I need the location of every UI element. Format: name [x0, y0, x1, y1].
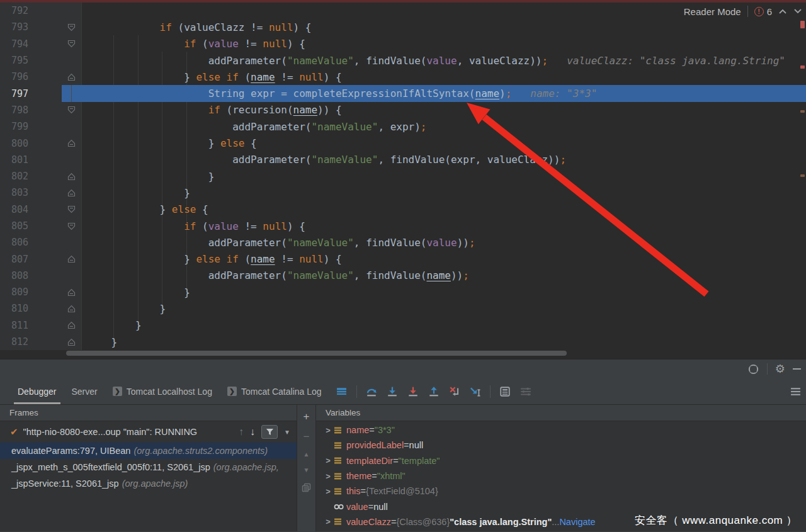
error-stripe-mark[interactable]: [800, 65, 805, 69]
line-number[interactable]: 805: [0, 218, 62, 234]
error-stripe-mark[interactable]: [800, 21, 805, 28]
trace-settings-icon[interactable]: [519, 385, 532, 398]
horizontal-scrollbar[interactable]: [66, 351, 567, 356]
warning-stripe-mark[interactable]: [800, 110, 805, 113]
line-number[interactable]: 802: [0, 168, 62, 184]
tab-debugger[interactable]: Debugger: [10, 378, 64, 404]
code-line[interactable]: 809 }: [0, 284, 806, 300]
variable-row[interactable]: >this = {TextField@5104}: [316, 484, 806, 499]
line-number[interactable]: 809: [0, 284, 62, 300]
line-number[interactable]: 803: [0, 184, 62, 201]
code-line[interactable]: 799 addParameter("nameValue", expr);: [0, 118, 806, 135]
code-line[interactable]: 798 if (recursion(name)) {: [0, 102, 806, 118]
fold-start-icon[interactable]: [62, 19, 82, 35]
expand-chevron-icon[interactable]: >: [322, 456, 334, 465]
code-line[interactable]: 796 } else if (name != null) {: [0, 69, 806, 85]
restore-layout-icon[interactable]: [790, 387, 801, 396]
fold-end-icon[interactable]: [62, 284, 82, 300]
line-number[interactable]: 800: [0, 135, 62, 151]
fold-end-icon[interactable]: [62, 184, 82, 201]
help-target-icon[interactable]: [747, 363, 759, 375]
fold-end-icon[interactable]: [62, 300, 82, 317]
variable-row[interactable]: providedLabel = null: [316, 438, 806, 453]
variable-row[interactable]: >templateDir = "template": [316, 453, 806, 468]
code-line[interactable]: 805 if (value != null) {: [0, 218, 806, 234]
expand-chevron-icon[interactable]: >: [322, 426, 334, 435]
fold-end-icon[interactable]: [62, 168, 82, 184]
expand-chevron-icon[interactable]: >: [322, 472, 334, 481]
variable-row[interactable]: value = null: [316, 499, 806, 514]
code-line[interactable]: 804 } else {: [0, 201, 806, 218]
next-frame-icon[interactable]: ↓: [250, 426, 255, 438]
code-line[interactable]: 803 }: [0, 184, 806, 201]
line-number[interactable]: 811: [0, 317, 62, 334]
fold-end-icon[interactable]: [62, 135, 82, 151]
variable-row[interactable]: >theme = "xhtml": [316, 468, 806, 484]
layout-settings-icon[interactable]: [336, 385, 348, 398]
tab-tomcat-localhost-log[interactable]: ❯ Tomcat Localhost Log: [105, 378, 220, 404]
line-number[interactable]: 799: [0, 118, 62, 135]
code-line[interactable]: 807 } else if (name != null) {: [0, 251, 806, 267]
hide-frames-filter-button[interactable]: [261, 425, 278, 439]
gear-icon[interactable]: ⚙: [775, 363, 785, 375]
code-line[interactable]: 795 addParameter("nameValue", findValue(…: [0, 52, 806, 69]
code-line[interactable]: 801 addParameter("nameValue", findValue(…: [0, 152, 806, 168]
line-number[interactable]: 795: [0, 52, 62, 69]
add-watch-icon[interactable]: +: [304, 411, 310, 422]
fold-end-icon[interactable]: [62, 69, 82, 85]
variable-row[interactable]: >name = "3*3": [316, 422, 806, 438]
expand-chevron-icon[interactable]: >: [322, 487, 334, 496]
code-line[interactable]: 800 } else {: [0, 135, 806, 151]
code-line[interactable]: 812 }: [0, 334, 806, 350]
remove-watch-icon[interactable]: −: [304, 431, 310, 442]
line-number[interactable]: 797: [0, 85, 62, 101]
navigate-link[interactable]: Navigate: [559, 517, 595, 527]
move-up-icon[interactable]: ▲: [304, 451, 310, 458]
line-number[interactable]: 804: [0, 201, 62, 218]
code-line[interactable]: 793 if (valueClazz != null) {: [0, 19, 806, 35]
line-number[interactable]: 806: [0, 234, 62, 251]
fold-end-icon[interactable]: [62, 251, 82, 267]
fold-start-icon[interactable]: [62, 36, 82, 52]
step-out-icon[interactable]: [428, 385, 440, 398]
code-line[interactable]: 808 addParameter("nameValue", findValue(…: [0, 268, 806, 284]
previous-frame-icon[interactable]: ↑: [239, 426, 244, 438]
line-number[interactable]: 792: [0, 3, 62, 19]
current-execution-line[interactable]: 797 String expr = completeExpressionIfAl…: [0, 85, 806, 101]
reader-mode-toggle[interactable]: Reader Mode: [684, 6, 741, 17]
code-line[interactable]: 810 }: [0, 300, 806, 317]
duplicate-icon[interactable]: [302, 483, 311, 492]
fold-end-icon[interactable]: [62, 334, 82, 350]
code-editor[interactable]: 792793 if (valueClazz != null) {794 if (…: [0, 0, 806, 359]
force-step-into-icon[interactable]: [407, 385, 419, 398]
line-number[interactable]: 807: [0, 251, 62, 267]
tab-server[interactable]: Server: [64, 378, 105, 404]
fold-end-icon[interactable]: [62, 317, 82, 334]
step-into-icon[interactable]: [386, 385, 399, 398]
hide-toolwindow-icon[interactable]: [793, 368, 801, 370]
code-line[interactable]: 811 }: [0, 317, 806, 334]
fold-start-icon[interactable]: [62, 201, 82, 218]
fold-start-icon[interactable]: [62, 102, 82, 118]
line-number[interactable]: 812: [0, 334, 62, 350]
thread-selector[interactable]: ✔ "http-nio-8080-exe...oup "main": RUNNI…: [0, 421, 297, 443]
line-number[interactable]: 798: [0, 102, 62, 118]
tab-tomcat-catalina-log[interactable]: ❯ Tomcat Catalina Log: [220, 378, 329, 404]
line-number[interactable]: 794: [0, 36, 62, 52]
error-count-badge[interactable]: ! 6: [754, 6, 772, 17]
stack-frame-row[interactable]: evaluateParams:797, UIBean(org.apache.st…: [0, 443, 297, 459]
fold-start-icon[interactable]: [62, 218, 82, 234]
step-over-icon[interactable]: [365, 385, 378, 398]
stack-frame-row[interactable]: _jspx_meth_s_005ftextfield_005f0:11, S20…: [0, 459, 297, 475]
line-number[interactable]: 808: [0, 268, 62, 284]
line-number[interactable]: 801: [0, 152, 62, 168]
warning-stripe-mark[interactable]: [800, 174, 805, 177]
line-number[interactable]: 796: [0, 69, 62, 85]
line-number[interactable]: 810: [0, 300, 62, 317]
code-line[interactable]: 802 }: [0, 168, 806, 184]
reset-frame-icon[interactable]: [448, 385, 461, 398]
chevron-down-icon[interactable]: ▼: [284, 429, 290, 436]
move-down-icon[interactable]: ▼: [304, 467, 310, 473]
evaluate-expression-icon[interactable]: [499, 385, 511, 398]
next-error-icon[interactable]: [793, 8, 802, 14]
